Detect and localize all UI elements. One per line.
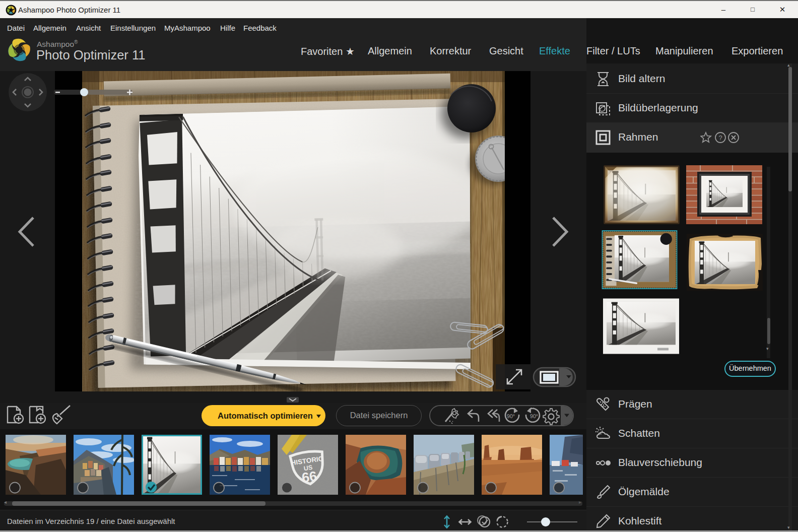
svg-text:90°: 90° (530, 413, 538, 419)
svg-text:66: 66 (301, 469, 318, 486)
svg-text:90°: 90° (507, 413, 515, 419)
svg-text:?: ? (718, 134, 722, 142)
